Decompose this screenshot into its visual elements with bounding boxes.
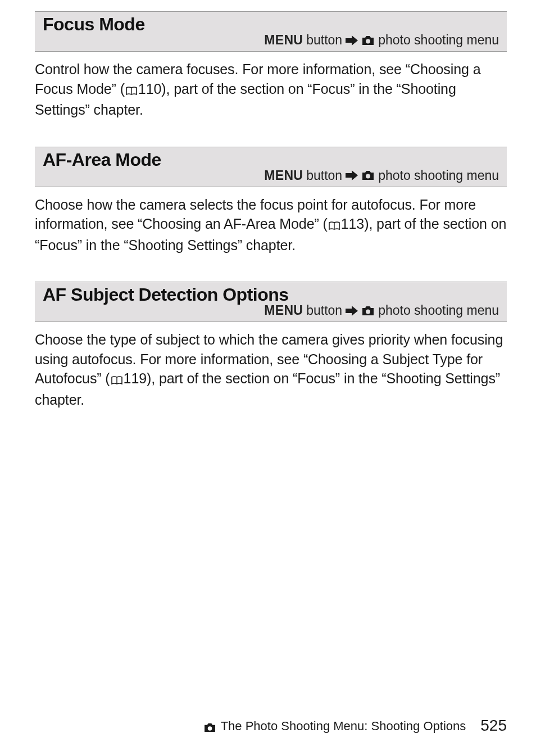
arrow-right-icon [346, 170, 358, 180]
camera-icon [361, 306, 375, 316]
svg-point-4 [366, 309, 370, 314]
breadcrumb-suffix: photo shooting menu [378, 168, 499, 183]
section-body: Control how the camera focuses. For more… [35, 60, 507, 120]
section-header-af-subject-detection: AF Subject Detection Options MENU button… [35, 282, 507, 322]
section-body: Choose how the camera selects the focus … [35, 195, 507, 255]
button-word: button [306, 303, 342, 318]
section-title: AF-Area Mode [43, 150, 499, 170]
body-ref: 113 [341, 216, 364, 232]
breadcrumb: MENU button photo shooting menu [264, 33, 499, 48]
camera-icon [361, 35, 375, 46]
svg-point-2 [366, 174, 370, 179]
arrow-right-icon [346, 306, 358, 316]
section-title: AF Subject Detection Options [43, 284, 499, 305]
button-word: button [306, 168, 342, 183]
footer-label: The Photo Shooting Menu: Shooting Option… [203, 719, 466, 734]
camera-icon [361, 170, 375, 180]
section-header-focus-mode: Focus Mode MENU button photo shooting me… [35, 11, 507, 52]
page-number: 525 [480, 717, 507, 735]
breadcrumb-suffix: photo shooting menu [378, 303, 499, 318]
footer-text: The Photo Shooting Menu: Shooting Option… [221, 719, 466, 734]
body-ref: 119 [124, 370, 147, 386]
body-ref: 110 [138, 81, 161, 97]
menu-label: MENU [264, 303, 303, 318]
svg-point-0 [366, 39, 370, 43]
breadcrumb: MENU button photo shooting menu [264, 168, 499, 183]
breadcrumb: MENU button photo shooting menu [264, 303, 499, 318]
book-icon [329, 216, 340, 236]
menu-label: MENU [264, 33, 303, 48]
section-body: Choose the type of subject to which the … [35, 330, 507, 409]
section-header-af-area-mode: AF-Area Mode MENU button photo shooting … [35, 147, 507, 187]
svg-point-6 [207, 726, 212, 731]
menu-label: MENU [264, 168, 303, 183]
book-icon [111, 370, 122, 390]
arrow-right-icon [346, 35, 358, 46]
page-footer: The Photo Shooting Menu: Shooting Option… [203, 717, 507, 735]
camera-icon [203, 723, 216, 732]
breadcrumb-suffix: photo shooting menu [378, 33, 499, 48]
button-word: button [306, 33, 342, 48]
section-title: Focus Mode [43, 14, 499, 35]
book-icon [126, 81, 137, 101]
